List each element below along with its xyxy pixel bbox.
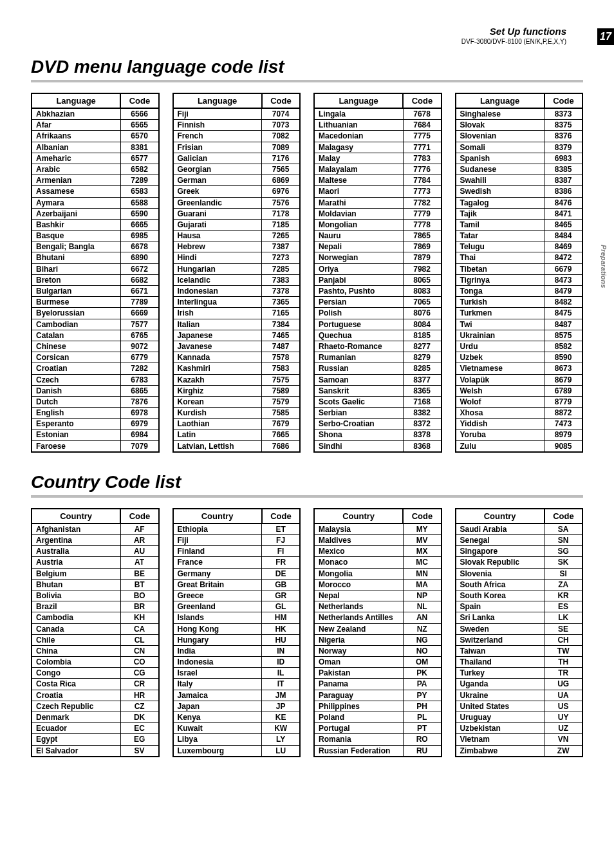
language-code: 7684	[403, 120, 441, 131]
country-code: SG	[544, 546, 582, 557]
country-row: United StatesUS	[456, 701, 583, 712]
country-code: FI	[262, 546, 300, 557]
country-name: Philippines	[314, 701, 403, 712]
language-code: 7577	[120, 319, 158, 330]
country-code: TW	[544, 645, 582, 656]
language-row: Frisian7089	[173, 142, 301, 153]
language-code: 7879	[403, 252, 441, 263]
country-name: Turkey	[456, 668, 544, 679]
language-row: Yoruba8979	[456, 429, 583, 440]
language-row: Bulgarian6671	[32, 286, 159, 297]
language-name: Malayalam	[314, 164, 403, 175]
language-row: Catalan6765	[32, 330, 159, 341]
language-name: Latin	[173, 429, 262, 440]
country-row: ColombiaCO	[32, 657, 159, 668]
country-row: ThailandTH	[456, 657, 583, 668]
country-code: MY	[403, 524, 441, 535]
language-row: Singhalese8373	[456, 108, 583, 120]
language-name: Tamil	[456, 219, 544, 230]
language-name: Persian	[314, 297, 403, 308]
language-name: Malagasy	[314, 142, 403, 153]
country-name: Uzbekistan	[456, 723, 544, 734]
country-code: PK	[403, 668, 441, 679]
language-row: Turkmen8475	[456, 308, 583, 319]
country-row: UkraineUA	[456, 690, 583, 701]
language-row: Portuguese8084	[314, 319, 442, 330]
language-name: Armenian	[32, 175, 120, 186]
country-row: Russian FederationRU	[314, 745, 442, 757]
country-row: TurkeyTR	[456, 668, 583, 679]
country-row: LibyaLY	[173, 734, 301, 745]
language-row: Pashto, Pushto8083	[314, 286, 442, 297]
language-name: Faroese	[32, 440, 120, 452]
language-code: 7585	[262, 408, 300, 419]
language-name: Singhalese	[456, 108, 544, 120]
country-name: Israel	[173, 668, 262, 679]
language-code: 7383	[262, 274, 300, 285]
language-name: Bashkir	[32, 219, 120, 230]
language-code: 6983	[544, 153, 582, 164]
language-row: Breton6682	[32, 274, 159, 285]
country-code: IT	[262, 679, 300, 690]
country-row: SwedenSE	[456, 623, 583, 634]
country-row: Czech RepublicCZ	[32, 701, 159, 712]
language-code: 8475	[544, 308, 582, 319]
language-code: 7565	[262, 164, 300, 175]
language-name: Fiji	[173, 108, 262, 120]
country-row: Slovak RepublicSK	[456, 557, 583, 568]
language-name: Estonian	[32, 429, 120, 440]
language-row: Nauru7865	[314, 231, 442, 241]
language-code: 8083	[403, 286, 441, 297]
country-code: MV	[403, 535, 441, 546]
language-row: Sudanese8385	[456, 164, 583, 175]
country-row: AustriaAT	[32, 557, 159, 568]
country-name: Germany	[173, 568, 262, 579]
country-code: HR	[120, 690, 158, 701]
language-row: Tonga8479	[456, 286, 583, 297]
language-code: 6583	[120, 186, 158, 197]
country-row: SenegalSN	[456, 535, 583, 546]
language-row: Spanish6983	[456, 153, 583, 164]
page: 17 Set Up functions DVF-3080/DVF-8100 (E…	[0, 0, 614, 802]
language-row: Nepali7869	[314, 241, 442, 252]
language-name: Hungarian	[173, 263, 262, 274]
language-name: Albanian	[32, 142, 120, 153]
language-name: Arabic	[32, 164, 120, 175]
language-code: 8872	[544, 408, 582, 419]
language-name: Lithuanian	[314, 120, 403, 131]
column-header-code: Code	[262, 509, 300, 524]
language-code: 7082	[262, 131, 300, 142]
country-name: Croatia	[32, 690, 120, 701]
language-code: 6979	[120, 419, 158, 429]
language-name: Serbo-Croatian	[314, 419, 403, 429]
country-code: SV	[120, 745, 158, 757]
language-code: 8469	[544, 241, 582, 252]
country-name: Finland	[173, 546, 262, 557]
country-code: UZ	[544, 723, 582, 734]
country-code: CL	[120, 634, 158, 645]
country-name: El Salvador	[32, 745, 120, 757]
column-header-name: Language	[173, 93, 262, 108]
country-row: ParaguayPY	[314, 690, 442, 701]
language-row: Persian7065	[314, 297, 442, 308]
column-header-name: Language	[456, 93, 544, 108]
country-name: Switzerland	[456, 634, 544, 645]
language-code: 7783	[403, 153, 441, 164]
language-name: Ukrainian	[456, 330, 544, 341]
country-row: BhutanBT	[32, 579, 159, 590]
country-code: ET	[262, 524, 300, 535]
language-name: Italian	[173, 319, 262, 330]
language-code: 8484	[544, 231, 582, 241]
language-row: Kashmiri7583	[173, 363, 301, 374]
country-row: Great BritainGB	[173, 579, 301, 590]
language-code: 7285	[262, 263, 300, 274]
language-code: 6779	[120, 352, 158, 363]
language-code: 7185	[262, 219, 300, 230]
country-name: Russian Federation	[314, 745, 403, 757]
country-row: LuxembourgLU	[173, 745, 301, 757]
language-code: 7678	[403, 108, 441, 120]
language-code: 9072	[120, 341, 158, 352]
country-code: VN	[544, 734, 582, 745]
language-name: Hebrew	[173, 241, 262, 252]
language-code: 6678	[120, 241, 158, 252]
